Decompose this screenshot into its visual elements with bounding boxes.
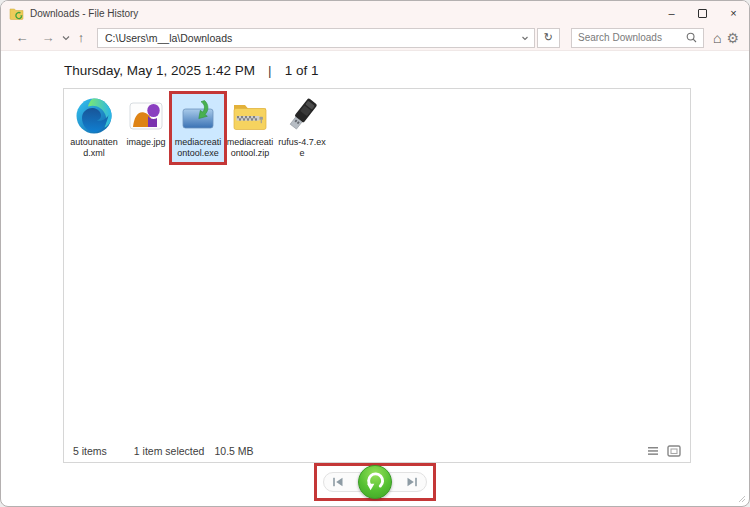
version-position: 1 of 1 xyxy=(285,63,319,78)
status-bar: 5 items 1 item selected 10.5 MB xyxy=(64,440,690,462)
home-icon: ⌂ xyxy=(713,30,721,46)
file-label: rufus-4.7.exe xyxy=(277,137,327,160)
file-item-image-jpg[interactable]: image.jpg xyxy=(120,94,172,150)
window-maximize-button[interactable] xyxy=(687,1,718,25)
next-version-button[interactable] xyxy=(406,477,418,487)
media-creation-tool-icon xyxy=(178,96,218,136)
close-icon: × xyxy=(730,7,736,19)
selection-count: 1 item selected xyxy=(134,445,205,457)
previous-version-icon xyxy=(332,477,344,487)
version-date: Thursday, May 1, 2025 1:42 PM xyxy=(64,63,255,78)
minimize-icon: – xyxy=(668,7,674,19)
search-input[interactable] xyxy=(578,32,686,43)
back-button[interactable]: ← xyxy=(13,28,31,48)
file-label: mediacreationtool.zip xyxy=(225,137,275,160)
back-arrow-icon: ← xyxy=(16,30,29,45)
file-history-icon xyxy=(9,7,24,20)
forward-button[interactable]: → xyxy=(39,28,57,48)
zip-folder-icon xyxy=(230,96,270,136)
file-list: autounattend.xml image.jpg xyxy=(64,89,690,167)
home-button[interactable]: ⌂ xyxy=(713,31,721,45)
address-input[interactable] xyxy=(105,32,519,44)
next-version-icon xyxy=(406,477,418,487)
file-item-autounattend-xml[interactable]: autounattend.xml xyxy=(68,94,120,162)
heading-separator: | xyxy=(268,63,272,78)
refresh-icon: ↻ xyxy=(544,31,553,44)
list-view-icon xyxy=(647,446,659,456)
window-controls: – × xyxy=(656,1,749,25)
recent-locations-button[interactable] xyxy=(60,28,71,48)
thumbnail-view-button[interactable] xyxy=(667,445,681,457)
file-item-mediacreationtool-exe[interactable]: mediacreationtool.exe xyxy=(172,94,224,162)
edge-logo-icon xyxy=(74,96,114,136)
title-bar: Downloads - File History – × xyxy=(1,1,749,25)
file-item-mediacreationtool-zip[interactable]: mediacreationtool.zip xyxy=(224,94,276,162)
search-icon xyxy=(686,32,697,43)
resize-grip[interactable] xyxy=(737,494,746,503)
window-title: Downloads - File History xyxy=(30,8,656,19)
file-history-window: Downloads - File History – × ← → ↑ xyxy=(0,0,750,507)
file-label: autounattend.xml xyxy=(69,137,119,160)
restore-navigation xyxy=(314,463,436,501)
maximize-icon xyxy=(698,9,707,18)
items-count: 5 items xyxy=(73,445,107,457)
file-panel: autounattend.xml image.jpg xyxy=(63,88,691,463)
usb-drive-icon xyxy=(282,96,322,136)
search-box xyxy=(571,28,704,48)
previous-version-button[interactable] xyxy=(332,477,344,487)
settings-button[interactable]: ⚙ xyxy=(726,31,739,45)
restore-arrow-icon xyxy=(362,469,388,495)
toolbar: ← → ↑ ↻ ⌂ xyxy=(1,25,749,51)
gear-icon: ⚙ xyxy=(726,30,739,46)
refresh-button[interactable]: ↻ xyxy=(537,28,560,48)
thumbnail-view-icon xyxy=(667,445,681,457)
address-dropdown-chevron-icon[interactable] xyxy=(519,32,531,44)
selection-size: 10.5 MB xyxy=(214,445,253,457)
file-label: image.jpg xyxy=(126,137,165,148)
window-close-button[interactable]: × xyxy=(718,1,749,25)
image-thumbnail-icon xyxy=(126,96,166,136)
window-minimize-button[interactable]: – xyxy=(656,1,687,25)
file-item-rufus-exe[interactable]: rufus-4.7.exe xyxy=(276,94,328,162)
details-view-button[interactable] xyxy=(647,446,659,456)
restore-button[interactable] xyxy=(358,465,392,499)
version-heading: Thursday, May 1, 2025 1:42 PM | 1 of 1 xyxy=(64,63,318,78)
address-bar xyxy=(97,28,535,48)
forward-arrow-icon: → xyxy=(42,30,55,45)
annotation-box-restore xyxy=(314,463,436,501)
file-label: mediacreationtool.exe xyxy=(173,137,223,160)
up-button[interactable]: ↑ xyxy=(72,28,90,48)
up-arrow-icon: ↑ xyxy=(78,30,85,45)
chevron-down-icon xyxy=(62,35,70,41)
